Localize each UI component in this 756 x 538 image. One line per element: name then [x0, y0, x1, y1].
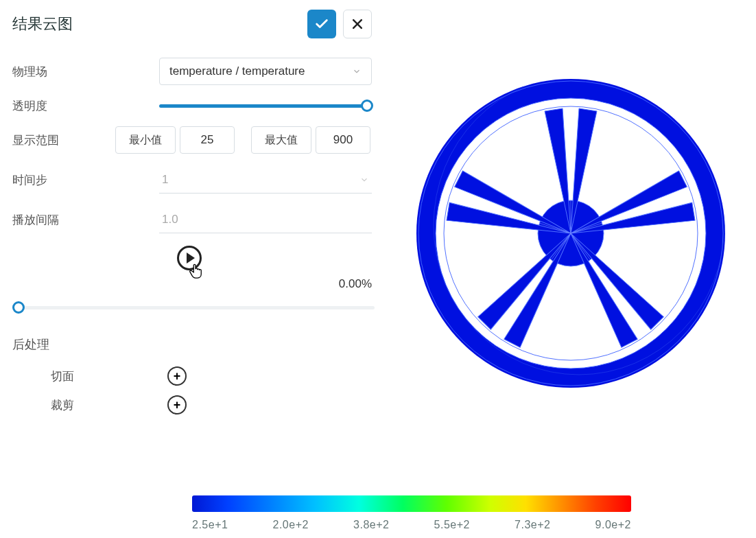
- range-min-label: 最小值: [115, 126, 176, 154]
- opacity-slider[interactable]: [159, 97, 372, 114]
- postproc-title: 后处理: [12, 336, 372, 353]
- physics-label: 物理场: [12, 64, 115, 80]
- legend-tick: 7.3e+2: [515, 519, 550, 531]
- opacity-label: 透明度: [12, 98, 115, 114]
- add-clip-button[interactable]: +: [167, 395, 187, 414]
- legend-tick: 5.5e+2: [434, 519, 470, 531]
- plus-icon: +: [174, 399, 181, 411]
- add-section-plane-button[interactable]: +: [167, 366, 187, 386]
- interval-row: 播放间隔 1.0: [12, 206, 372, 233]
- confirm-button[interactable]: [307, 10, 336, 38]
- chevron-down-icon: [352, 67, 362, 76]
- legend-tick-labels: 2.5e+1 2.0e+2 3.8e+2 5.5e+2 7.3e+2 9.0e+…: [192, 519, 631, 531]
- range-max-group: 最大值: [251, 126, 370, 154]
- section-plane-label: 切面: [51, 369, 167, 384]
- cursor-hand-icon: [188, 262, 203, 283]
- panel-title: 结果云图: [12, 14, 73, 34]
- interval-field[interactable]: 1.0: [159, 206, 372, 233]
- slider-thumb[interactable]: [361, 100, 373, 112]
- section-plane-row: 切面 +: [12, 366, 372, 386]
- physics-row: 物理场 temperature / temperature: [12, 58, 372, 85]
- timestep-label: 时间步: [12, 172, 115, 188]
- range-max-label: 最大值: [251, 126, 311, 154]
- panel-header: 结果云图: [12, 10, 372, 38]
- close-button[interactable]: [343, 10, 372, 38]
- legend-tick: 2.5e+1: [192, 519, 228, 531]
- slider-track: [159, 104, 372, 108]
- range-max-input[interactable]: [316, 126, 370, 154]
- plus-icon: +: [174, 370, 181, 382]
- legend-tick: 2.0e+2: [273, 519, 309, 531]
- timestep-value: 1: [162, 173, 168, 187]
- settings-panel: 结果云图 物理场 temperature / temperature 透明度: [0, 0, 384, 434]
- chevron-down-icon: [359, 175, 369, 185]
- physics-select-value: temperature / temperature: [169, 65, 305, 78]
- range-min-group: 最小值: [115, 126, 235, 154]
- check-icon: [314, 16, 329, 32]
- interval-value: 1.0: [162, 213, 178, 226]
- progress-slider[interactable]: [12, 299, 375, 316]
- progress-thumb[interactable]: [12, 301, 25, 314]
- opacity-row: 透明度: [12, 97, 372, 114]
- viewport-3d[interactable]: [386, 0, 756, 467]
- range-label: 显示范围: [12, 132, 115, 148]
- legend-gradient-bar: [192, 495, 631, 512]
- physics-select[interactable]: temperature / temperature: [159, 58, 372, 85]
- legend-tick: 3.8e+2: [353, 519, 389, 531]
- color-legend: 2.5e+1 2.0e+2 3.8e+2 5.5e+2 7.3e+2 9.0e+…: [192, 495, 631, 531]
- timestep-select[interactable]: 1: [159, 166, 372, 194]
- legend-tick: 9.0e+2: [595, 519, 631, 531]
- clip-label: 裁剪: [51, 397, 167, 413]
- range-min-input[interactable]: [180, 126, 235, 154]
- progress-track: [12, 306, 375, 309]
- range-row: 显示范围 最小值 最大值: [12, 126, 372, 154]
- wheel-model: [413, 75, 729, 391]
- clip-row: 裁剪 +: [12, 395, 372, 414]
- interval-label: 播放间隔: [12, 212, 115, 228]
- panel-actions: [307, 10, 372, 38]
- timestep-row: 时间步 1: [12, 166, 372, 194]
- play-row: [12, 246, 372, 270]
- close-icon: [351, 17, 364, 31]
